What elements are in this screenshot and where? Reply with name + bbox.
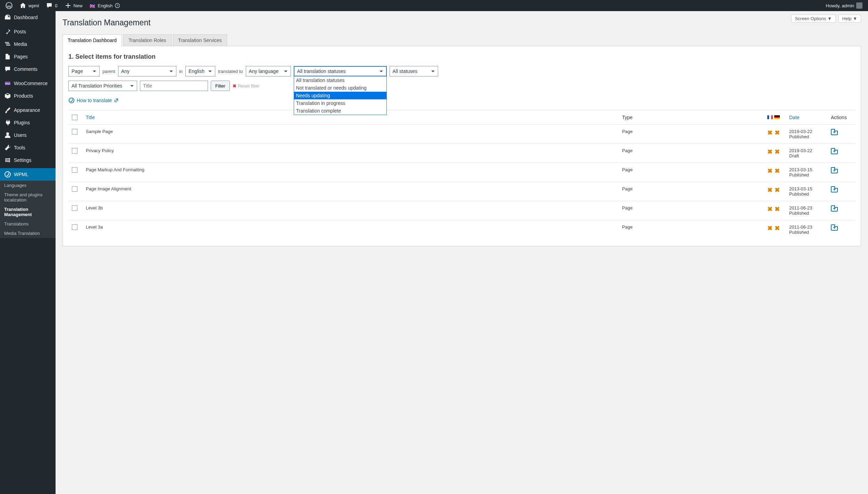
not-translated-fr-icon[interactable]: ✖ — [767, 225, 773, 232]
add-translation-button[interactable]: + — [831, 129, 838, 135]
tab-list: Translation Dashboard Translation Roles … — [62, 34, 861, 46]
help-button[interactable]: Help ▼ — [838, 15, 861, 23]
french-flag-icon — [767, 115, 773, 119]
wrench-icon — [4, 144, 11, 151]
row-date: 2013-03-15 — [789, 167, 824, 172]
submenu-theme-localization[interactable]: Theme and plugins localization — [0, 190, 56, 205]
status-option-complete[interactable]: Translation complete — [294, 107, 386, 115]
not-translated-fr-icon[interactable]: ✖ — [767, 187, 773, 194]
howto-translate-link[interactable]: How to translate — [68, 97, 119, 104]
woo-icon: Woo — [4, 80, 11, 87]
filter-title-input[interactable] — [140, 81, 208, 91]
menu-products[interactable]: Products — [0, 90, 56, 102]
sliders-icon — [4, 157, 11, 164]
language-switcher[interactable]: 🇬🇧 English ? — [87, 3, 123, 8]
not-translated-de-icon[interactable]: ✖ — [775, 148, 780, 155]
filter-language[interactable]: English — [185, 66, 215, 76]
menu-users[interactable]: Users — [0, 129, 56, 141]
not-translated-de-icon[interactable]: ✖ — [775, 206, 780, 213]
items-table: Title Type Date Actions Sample Page — [68, 110, 855, 239]
filter-translated-to[interactable]: Any language — [246, 66, 291, 76]
add-translation-button[interactable]: + — [831, 148, 838, 154]
comments-count: 0 — [55, 3, 57, 8]
menu-posts[interactable]: Posts — [0, 25, 56, 38]
menu-pages[interactable]: Pages — [0, 50, 56, 63]
not-translated-fr-icon[interactable]: ✖ — [767, 129, 773, 136]
menu-appearance[interactable]: Appearance — [0, 104, 56, 116]
submenu-languages[interactable]: Languages — [0, 181, 56, 190]
filter-parent[interactable]: Any — [118, 66, 176, 76]
filter-priority[interactable]: All Translation Priorities — [68, 81, 137, 91]
new-link[interactable]: New — [62, 2, 85, 9]
box-icon — [4, 92, 11, 99]
row-checkbox[interactable] — [72, 205, 77, 211]
row-checkbox[interactable] — [72, 167, 77, 173]
add-translation-button[interactable]: + — [831, 186, 838, 192]
not-translated-de-icon[interactable]: ✖ — [775, 225, 780, 232]
menu-settings[interactable]: Settings — [0, 154, 56, 166]
not-translated-de-icon[interactable]: ✖ — [775, 187, 780, 194]
menu-wpml[interactable]: WPML — [0, 168, 56, 181]
menu-tools[interactable]: Tools — [0, 141, 56, 154]
user-icon — [4, 132, 11, 139]
svg-text:Woo: Woo — [5, 82, 10, 85]
submenu-translation-management[interactable]: Translation Management — [0, 205, 56, 219]
row-checkbox[interactable] — [72, 186, 77, 192]
select-all-checkbox[interactable] — [72, 115, 77, 120]
menu-plugins[interactable]: Plugins — [0, 116, 56, 129]
wp-logo[interactable] — [3, 2, 15, 9]
filter-type[interactable]: Page — [68, 66, 100, 76]
not-translated-fr-icon[interactable]: ✖ — [767, 206, 773, 213]
tab-roles[interactable]: Translation Roles — [123, 34, 171, 46]
table-row: Privacy Policy Page ✖✖ 2019-03-22Draft + — [68, 144, 855, 163]
row-checkbox[interactable] — [72, 148, 77, 154]
row-checkbox[interactable] — [72, 129, 77, 134]
user-menu[interactable]: Howdy, admin — [823, 2, 865, 9]
menu-comments[interactable]: Comments — [0, 63, 56, 75]
tab-services[interactable]: Translation Services — [173, 34, 227, 46]
brush-icon — [4, 107, 11, 114]
uk-flag-icon: 🇬🇧 — [90, 3, 96, 8]
not-translated-fr-icon[interactable]: ✖ — [767, 167, 773, 174]
status-option-needs-updating[interactable]: Needs updating — [294, 92, 386, 99]
reset-filter-link[interactable]: ✖Reset filter — [233, 83, 259, 89]
tab-dashboard[interactable]: Translation Dashboard — [62, 34, 122, 46]
filter-status[interactable]: All statuses — [390, 66, 438, 76]
table-row: Level 3b Page ✖✖ 2011-06-23Published + — [68, 201, 855, 220]
comment-icon — [46, 2, 53, 9]
row-title: Level 3b — [82, 201, 619, 220]
submenu-media-translation[interactable]: Media Translation — [0, 229, 56, 238]
submenu-translations[interactable]: Translations — [0, 219, 56, 229]
site-link[interactable]: wpml — [17, 2, 42, 9]
row-type: Page — [619, 182, 761, 201]
page-title: Translation Management — [62, 18, 861, 27]
x-icon: ✖ — [233, 83, 236, 89]
menu-media[interactable]: Media — [0, 38, 56, 50]
menu-dashboard[interactable]: Dashboard — [0, 11, 56, 24]
col-date[interactable]: Date — [786, 110, 827, 125]
row-status: Draft — [789, 153, 824, 158]
screen-options-button[interactable]: Screen Options ▼ — [791, 15, 836, 23]
media-icon — [4, 41, 11, 48]
status-option-not-translated[interactable]: Not translated or needs updating — [294, 84, 386, 92]
add-translation-button[interactable]: + — [831, 224, 838, 231]
add-translation-button[interactable]: + — [831, 167, 838, 173]
globe-icon — [4, 171, 11, 178]
row-date: 2019-03-22 — [789, 148, 824, 153]
status-option-all[interactable]: All translation statuses — [294, 76, 386, 84]
site-name: wpml — [28, 3, 39, 8]
admin-sidebar: Dashboard Posts Media Pages Comments Woo… — [0, 11, 56, 494]
row-date: 2019-03-22 — [789, 129, 824, 134]
filter-translation-status[interactable]: All translation statuses — [294, 66, 387, 76]
not-translated-de-icon[interactable]: ✖ — [775, 129, 780, 136]
row-title: Page Markup And Formatting — [82, 163, 619, 182]
menu-woocommerce[interactable]: Woo WooCommerce — [0, 77, 56, 90]
filter-button[interactable]: Filter — [211, 81, 230, 91]
comments-link[interactable]: 0 — [43, 2, 60, 9]
plus-icon — [65, 2, 72, 9]
not-translated-fr-icon[interactable]: ✖ — [767, 148, 773, 155]
add-translation-button[interactable]: + — [831, 205, 838, 212]
row-checkbox[interactable] — [72, 224, 77, 230]
not-translated-de-icon[interactable]: ✖ — [775, 167, 780, 174]
status-option-in-progress[interactable]: Translation in progress — [294, 99, 386, 107]
